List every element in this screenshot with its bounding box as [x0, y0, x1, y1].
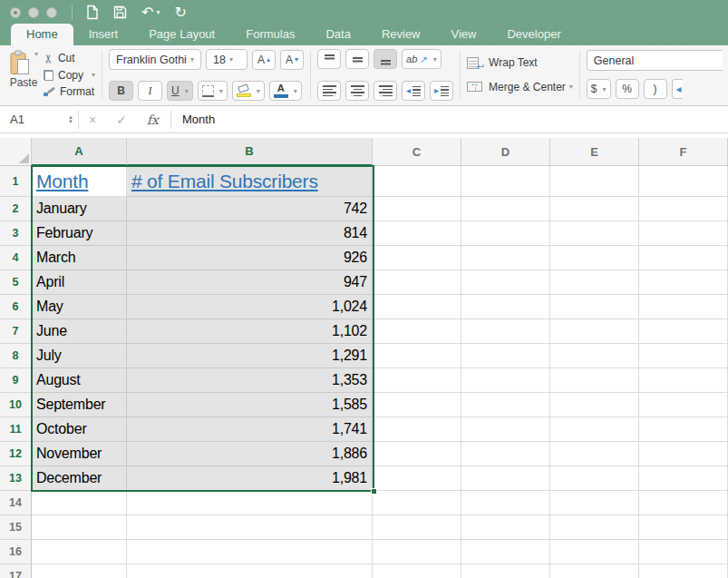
- cell-a11[interactable]: October: [32, 417, 127, 442]
- cell-c7[interactable]: [373, 319, 461, 344]
- cell-b10[interactable]: 1,585: [127, 393, 373, 417]
- column-header-a[interactable]: A: [32, 138, 127, 166]
- cell-c6[interactable]: [373, 295, 461, 319]
- cell-a5[interactable]: April: [32, 270, 127, 295]
- cell-c2[interactable]: [373, 197, 461, 221]
- align-right-button[interactable]: [374, 81, 397, 101]
- cell-f8[interactable]: [639, 344, 728, 368]
- column-header-d[interactable]: D: [461, 138, 550, 166]
- column-header-c[interactable]: C: [373, 138, 461, 166]
- decrease-indent-button[interactable]: ◂: [402, 81, 425, 101]
- formula-bar-value[interactable]: Month: [182, 113, 215, 126]
- paste-button[interactable]: ▾ Paste: [9, 50, 38, 101]
- cell-d2[interactable]: [461, 197, 550, 221]
- cell-a16[interactable]: [32, 540, 127, 564]
- format-painter-button[interactable]: Format: [44, 83, 95, 100]
- row-header-9[interactable]: 9: [0, 368, 32, 393]
- fill-color-button[interactable]: ▾: [232, 81, 265, 101]
- column-header-b[interactable]: B: [127, 138, 373, 166]
- cell-f4[interactable]: [639, 246, 728, 270]
- row-header-14[interactable]: 14: [0, 491, 32, 515]
- cell-c15[interactable]: [373, 515, 461, 540]
- tab-data[interactable]: Data: [310, 24, 365, 45]
- cell-f7[interactable]: [639, 319, 728, 344]
- row-header-10[interactable]: 10: [0, 393, 32, 417]
- tab-review[interactable]: Review: [366, 24, 436, 45]
- cell-f11[interactable]: [639, 417, 728, 442]
- cell-f12[interactable]: [639, 442, 728, 466]
- row-header-1[interactable]: 1: [0, 166, 32, 197]
- cell-e7[interactable]: [550, 319, 639, 344]
- row-header-7[interactable]: 7: [0, 319, 32, 344]
- cell-d12[interactable]: [461, 442, 550, 466]
- decrease-font-size-button[interactable]: A ▾: [280, 50, 304, 70]
- tab-developer[interactable]: Developer: [491, 24, 576, 45]
- row-header-12[interactable]: 12: [0, 442, 32, 466]
- cell-c10[interactable]: [373, 393, 461, 417]
- cell-d10[interactable]: [461, 393, 550, 417]
- cell-c13[interactable]: [373, 466, 461, 491]
- cell-e5[interactable]: [550, 270, 639, 295]
- cell-e2[interactable]: [550, 197, 639, 221]
- cell-e13[interactable]: [550, 466, 639, 491]
- number-format-select[interactable]: General: [587, 50, 723, 71]
- cell-e1[interactable]: [550, 166, 639, 197]
- save-button[interactable]: [113, 5, 127, 19]
- cell-a12[interactable]: November: [32, 442, 127, 466]
- cell-e17[interactable]: [550, 564, 639, 578]
- font-color-button[interactable]: A ▾: [269, 81, 302, 101]
- cell-a10[interactable]: September: [32, 393, 127, 417]
- align-left-button[interactable]: [317, 81, 341, 101]
- cell-a1[interactable]: Month: [32, 166, 127, 197]
- cut-button[interactable]: ✂ Cut: [44, 50, 95, 66]
- cell-b7[interactable]: 1,102: [127, 319, 373, 344]
- row-header-16[interactable]: 16: [0, 540, 32, 564]
- cell-d7[interactable]: [461, 319, 550, 344]
- cell-a3[interactable]: February: [32, 221, 127, 246]
- cell-a17[interactable]: [32, 564, 127, 578]
- tab-view[interactable]: View: [436, 24, 492, 45]
- cell-d5[interactable]: [461, 270, 550, 295]
- cell-b1[interactable]: # of Email Subscribers: [127, 166, 373, 197]
- cell-b4[interactable]: 926: [127, 246, 373, 270]
- column-header-f[interactable]: F: [639, 138, 728, 166]
- row-header-13[interactable]: 13: [0, 466, 32, 491]
- zoom-button[interactable]: [46, 7, 57, 18]
- tab-home[interactable]: Home: [11, 24, 73, 45]
- tab-formulas[interactable]: Formulas: [230, 24, 310, 45]
- cell-f5[interactable]: [639, 270, 728, 295]
- cell-a7[interactable]: June: [32, 319, 127, 344]
- tab-insert[interactable]: Insert: [73, 24, 134, 45]
- cell-e11[interactable]: [550, 417, 639, 442]
- cell-e6[interactable]: [550, 295, 639, 319]
- row-header-8[interactable]: 8: [0, 344, 32, 368]
- name-box[interactable]: A1 ▲▼: [0, 106, 78, 132]
- row-header-2[interactable]: 2: [0, 197, 32, 221]
- cell-c5[interactable]: [373, 270, 461, 295]
- cell-f2[interactable]: [639, 197, 728, 221]
- cell-d6[interactable]: [461, 295, 550, 319]
- cell-f6[interactable]: [639, 295, 728, 319]
- font-size-select[interactable]: 18 ▾: [206, 49, 248, 70]
- row-header-6[interactable]: 6: [0, 295, 32, 319]
- cell-c1[interactable]: [373, 166, 461, 197]
- cell-b3[interactable]: 814: [127, 221, 373, 246]
- align-bottom-button[interactable]: [374, 49, 397, 69]
- insert-function-icon[interactable]: fx: [147, 113, 159, 127]
- row-header-17[interactable]: 17: [0, 564, 32, 578]
- currency-format-button[interactable]: $ ▾: [587, 79, 611, 99]
- cell-e3[interactable]: [550, 221, 639, 246]
- cell-b15[interactable]: [127, 515, 373, 540]
- cell-f16[interactable]: [639, 540, 728, 564]
- cell-c9[interactable]: [373, 368, 461, 393]
- cell-c16[interactable]: [373, 540, 461, 564]
- cell-b9[interactable]: 1,353: [127, 368, 373, 393]
- cell-d16[interactable]: [461, 540, 550, 564]
- row-header-5[interactable]: 5: [0, 270, 32, 295]
- select-all-corner[interactable]: [0, 138, 32, 166]
- text-orientation-button[interactable]: ab ↗ ▾: [402, 49, 442, 69]
- merge-center-button[interactable]: ↔ Merge & Center ▾: [467, 78, 573, 96]
- cell-a2[interactable]: January: [32, 197, 127, 221]
- cell-a14[interactable]: [32, 491, 127, 515]
- tab-page-layout[interactable]: Page Layout: [133, 24, 230, 45]
